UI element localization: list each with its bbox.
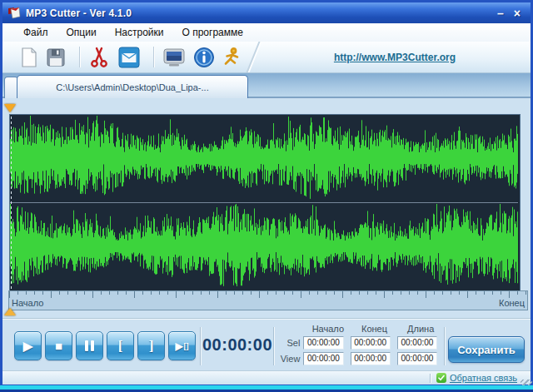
info-icon [193,47,215,68]
save-button[interactable] [44,46,67,69]
controls-panel: ▶ ■ [ ] ▶ [] 00:00:00 Начало Конец Длина [2,320,531,370]
waveform-canvas[interactable] [10,115,518,290]
tab-strip: C:\Users\Admin\Desktop\Dua_Lipa-... [2,73,531,98]
new-document-button[interactable] [17,46,41,69]
minimize-button[interactable]: – [497,7,504,19]
divider [200,327,201,365]
app-window: MP3 Cutter - Ver 4.1.0 – × Файл Опции На… [0,0,533,392]
play-icon: ▶ [23,340,33,352]
timeline-ruler[interactable]: Начало Конец [8,290,528,310]
ruler-end-label: Конец [499,298,525,308]
selection-table-header: Начало Конец Длина [305,324,444,334]
menu-settings[interactable]: Настройки [106,24,173,41]
pause-button[interactable] [76,331,103,360]
info-button[interactable] [192,46,216,69]
play-button[interactable]: ▶ [14,331,42,360]
divider [273,327,274,365]
position-marker[interactable] [4,308,16,315]
running-man-icon [221,47,242,68]
column-end: Конец [351,324,398,334]
tab-label: C:\Users\Admin\Desktop\Dua_Lipa-... [56,82,208,92]
new-document-icon [20,47,38,67]
screen-button[interactable] [162,46,186,69]
row-label-sel: Sel [277,338,303,348]
toolbar-separator [79,47,80,67]
sel-start-field[interactable]: 00:00:00 [303,336,343,350]
waveform-panel[interactable] [9,114,521,292]
play-selection-button[interactable]: ▶ [] [168,331,196,360]
divider [444,327,445,365]
title-bar[interactable]: MP3 Cutter - Ver 4.1.0 – × [2,2,531,23]
menu-about[interactable]: О программе [172,24,252,41]
table-row-view: View 00:00:00 00:00:00 00:00:00 [277,352,444,365]
menu-options[interactable]: Опции [57,24,106,41]
tab-open-file[interactable]: C:\Users\Admin\Desktop\Dua_Lipa-... [17,75,248,99]
close-button[interactable]: × [514,7,521,19]
feedback-link[interactable]: Обратная связь [450,373,517,383]
toolbar-diagonal-divider [247,42,261,72]
feedback-icon [436,373,446,383]
sel-length-field[interactable]: 00:00:00 [397,336,437,350]
pause-icon [85,340,94,351]
selection-start-icon: [ [118,338,123,355]
start-marker-flag[interactable] [4,104,16,112]
cut-button[interactable] [87,46,111,69]
go-website-button[interactable] [220,46,243,69]
selection-start-button[interactable]: [ [107,331,134,360]
scissors-icon [88,47,110,68]
stop-icon: ■ [55,340,62,352]
window-title: MP3 Cutter - Ver 4.1.0 [26,7,132,19]
status-bar: Обратная связь [2,370,531,385]
email-button[interactable] [117,46,141,69]
column-start: Начало [305,324,351,334]
email-icon [118,47,140,68]
website-link[interactable]: http://www.MP3Cutter.org [334,52,456,63]
ruler-start-label: Начало [12,298,43,308]
time-display: 00:00:00 [204,331,271,359]
view-length-field[interactable]: 00:00:00 [397,352,437,365]
toolbar-separator [153,47,154,67]
stop-button[interactable]: ■ [45,331,72,360]
play-selection-icon: ▶ [175,341,182,351]
menu-file[interactable]: Файл [14,24,57,41]
play-selection-brackets: [] [184,342,189,350]
menu-bar: Файл Опции Настройки О программе [2,23,531,42]
selection-end-button[interactable]: ] [137,331,165,360]
selection-table: Начало Конец Длина Sel 00:00:00 00:00:00… [277,324,444,365]
row-label-view: View [277,354,303,364]
status-separator [430,374,431,383]
save-icon [46,47,66,67]
selection-end-icon: ] [149,338,154,355]
view-start-field[interactable]: 00:00:00 [303,352,343,365]
toolbar: http://www.MP3Cutter.org [2,42,531,73]
save-file-button[interactable]: Сохранить [448,336,525,363]
sel-end-field[interactable]: 00:00:00 [351,336,391,350]
app-icon [7,7,22,20]
view-end-field[interactable]: 00:00:00 [351,352,391,365]
column-length: Длина [397,324,444,334]
divider [2,318,531,319]
table-row-sel: Sel 00:00:00 00:00:00 00:00:00 [277,336,444,350]
screen-icon [162,47,186,67]
